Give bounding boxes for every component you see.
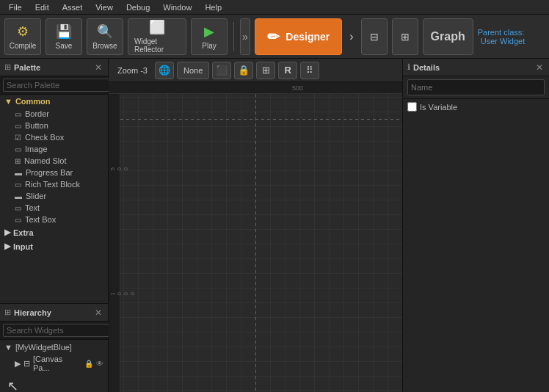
menu-help[interactable]: Help [199,1,228,13]
palette-item-rich-text-block[interactable]: ▭ Rich Text Block [0,178,108,190]
eye-icon: 👁 [96,360,103,368]
dashed-guide-horizontal [120,119,402,120]
expand-icon: » [242,31,248,43]
canvas-expand-icon: ▶ [15,359,21,369]
menu-view[interactable]: View [90,1,119,13]
main-content: ⊞ Palette ✕ 🔍 ▼ Common ▭ Border ▭ [0,59,549,392]
palette-category-input[interactable]: ▶ Input [0,239,108,253]
palette-title: Palette [14,63,90,72]
hierarchy-panel: ⊞ Hierarchy ✕ 🔍 ▼ [MyWidgetBlue] ▶ ⊟ [Ca… [0,304,108,392]
palette-icon: ⊞ [4,62,11,72]
palette-item-progress-bar[interactable]: ▬ Progress Bar [0,167,108,178]
palette-item-text[interactable]: ▭ Text [0,202,108,214]
r-button[interactable]: R [278,62,297,79]
menu-file[interactable]: File [3,1,28,13]
dots-icon: ⠿ [306,65,313,76]
palette-header: ⊞ Palette ✕ [0,59,108,76]
globe-button[interactable]: 🌐 [155,62,174,79]
palette-item-text-box-label: Text Box [25,215,56,224]
save-label: Save [56,42,73,50]
menu-bar: File Edit Asset View Debug Window Help [0,0,549,15]
slider-icon: ▬ [15,192,22,200]
ruler-left: 500 1000 [109,94,120,392]
palette-category-extra[interactable]: ▶ Extra [0,225,108,239]
aspect-ratio-button[interactable]: ⬛ [212,62,231,79]
palette-item-checkbox[interactable]: ☑ Check Box [0,131,108,143]
canvas-viewport[interactable]: 500 500 1000 [109,82,402,392]
palette-item-named-slot[interactable]: ⊞ Named Slot [0,155,108,167]
widget-reflector-label: Widget Reflector [134,37,180,54]
canvas-area: Zoom -3 🌐 None ⬛ 🔒 ⊞ R ⠿ [109,59,402,392]
grid-button[interactable]: ⊞ [256,62,275,79]
input-label: Input [13,242,33,251]
hierarchy-canvas-label: [Canvas Pa... [33,355,81,372]
hierarchy-search-bar: 🔍 [0,322,108,340]
lock-button[interactable]: 🔒 [234,62,253,79]
globe-icon: 🌐 [159,65,170,76]
palette-search-bar: 🔍 [0,76,108,95]
details-panel: ℹ Details ✕ Is Variable [402,59,549,392]
palette-item-border[interactable]: ▭ Border [0,108,108,120]
palette-search-input[interactable] [3,79,112,92]
none-button[interactable]: None [177,62,209,79]
toolbar-expand-button[interactable]: » [240,18,251,55]
browse-label: Browse [92,42,117,50]
layout-icon-2: ⊞ [401,31,410,43]
named-slot-icon: ⊞ [15,157,21,165]
details-close-button[interactable]: ✕ [534,62,545,73]
common-expand-icon: ▼ [4,97,12,106]
hierarchy-search-input[interactable] [3,324,112,337]
palette-close-button[interactable]: ✕ [93,62,103,73]
play-icon: ▶ [204,23,214,40]
details-name-input[interactable] [407,79,545,95]
palette-item-button-label: Button [25,121,48,130]
layout-icon-1: ⊟ [370,31,379,43]
dots-button[interactable]: ⠿ [300,62,319,79]
palette-item-text-label: Text [25,203,40,212]
designer-icon: ✏ [267,28,280,46]
hierarchy-close-button[interactable]: ✕ [93,308,103,318]
extra-expand-icon: ▶ [4,228,10,237]
parent-class-value: User Widget [481,37,526,46]
hierarchy-root-label: [MyWidgetBlue] [15,343,72,352]
hierarchy-canvas-item[interactable]: ▶ ⊟ [Canvas Pa... 🔒 👁 [0,353,108,374]
layout-btn-2[interactable]: ⊞ [392,18,418,55]
details-title: Details [413,63,531,72]
compile-button[interactable]: ⚙ Compile [4,18,41,55]
palette-item-border-label: Border [25,109,49,118]
compile-label: Compile [10,42,37,50]
menu-edit[interactable]: Edit [29,1,55,13]
palette-item-text-box[interactable]: ▭ Text Box [0,214,108,225]
browse-button[interactable]: 🔍 Browse [87,18,123,55]
menu-debug[interactable]: Debug [120,1,156,13]
ruler-left-marks: 500 [109,167,129,170]
parent-class-info: Parent class: User Widget [478,28,545,46]
palette-item-image[interactable]: ▭ Image [0,143,108,155]
layout-btn-1[interactable]: ⊟ [361,18,388,55]
checkbox-icon: ☑ [15,134,21,142]
hierarchy-icon: ⊞ [4,308,11,317]
menu-asset[interactable]: Asset [57,1,89,13]
graph-label: Graph [431,30,465,43]
text-icon: ▭ [15,204,21,212]
save-button[interactable]: 💾 Save [46,18,82,55]
border-icon: ▭ [15,110,21,118]
palette-item-button[interactable]: ▭ Button [0,120,108,131]
palette-item-named-slot-label: Named Slot [24,156,66,165]
image-icon: ▭ [15,145,21,153]
lock-icon: 🔒 [84,360,93,368]
hierarchy-header: ⊞ Hierarchy ✕ [0,304,108,322]
widget-reflector-button[interactable]: ⬜ Widget Reflector [128,18,186,55]
hierarchy-root-item[interactable]: ▼ [MyWidgetBlue] [0,341,108,353]
palette-category-common[interactable]: ▼ Common [0,95,108,108]
designer-button[interactable]: ✏ Designer [255,18,342,55]
menu-window[interactable]: Window [157,1,197,13]
graph-button[interactable]: Graph [423,18,473,55]
root-expand-icon: ▼ [4,343,12,352]
palette-item-slider[interactable]: ▬ Slider [0,190,108,202]
is-variable-checkbox[interactable] [407,102,417,112]
play-button[interactable]: ▶ Play [191,18,228,55]
widget-reflector-icon: ⬜ [149,19,165,35]
text-box-icon: ▭ [15,216,21,224]
palette-panel: ⊞ Palette ✕ 🔍 ▼ Common ▭ Border ▭ [0,59,108,304]
